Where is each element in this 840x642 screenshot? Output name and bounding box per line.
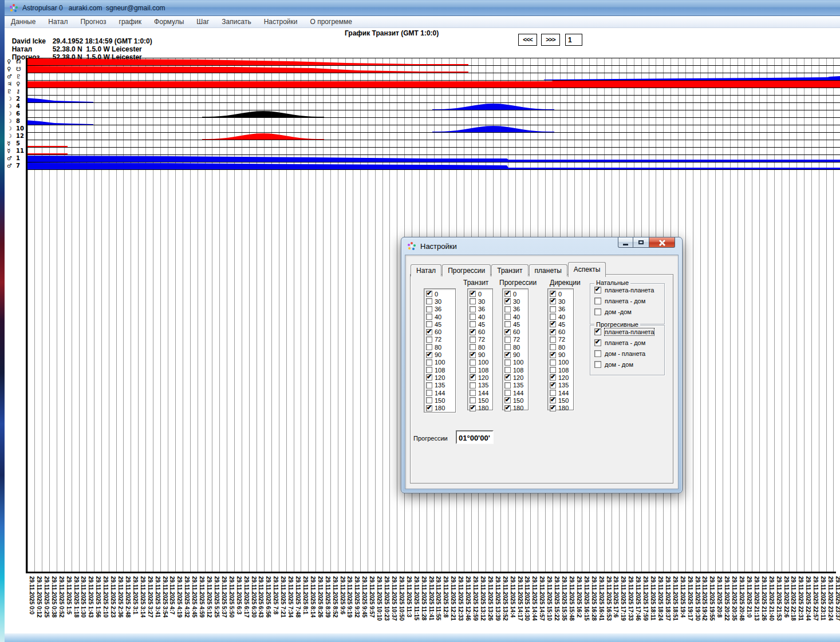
aspect-checkbox-120[interactable] [470,374,476,381]
checkbox-планета - дом[interactable] [594,339,601,346]
aspect-checkbox-40[interactable] [504,314,511,320]
aspect-checkbox-60[interactable] [470,329,476,335]
aspect-checkbox-108[interactable] [504,367,511,373]
close-button[interactable] [649,237,675,248]
aspect-checkbox-30[interactable] [504,298,511,304]
aspect-checkbox-80[interactable] [426,344,432,350]
progressions-input[interactable] [456,430,494,444]
aspect-checkbox-36[interactable] [426,306,432,312]
aspect-checkbox-135[interactable] [426,382,432,389]
aspect-checkbox-45[interactable] [470,321,476,327]
aspect-checkbox-40[interactable] [470,314,476,320]
aspect-checkbox-135[interactable] [504,382,511,389]
step-input[interactable] [565,34,582,46]
tab-Транзит[interactable]: Транзит [491,264,528,276]
menu-item-3[interactable]: Прогноз [74,16,112,27]
aspect-checkbox-144[interactable] [426,390,432,396]
aspect-checkbox-150[interactable] [504,397,511,403]
aspect-checkbox-60[interactable] [550,329,556,335]
aspect-band [26,81,840,88]
aspect-checkbox-36[interactable] [504,306,511,312]
tab-планеты[interactable]: планеты [529,264,567,276]
aspect-checkbox-180[interactable] [470,405,476,411]
aspect-value: 120 [435,374,445,381]
aspect-checkbox-120[interactable] [426,374,432,381]
step-back-button[interactable]: <<< [518,34,537,46]
aspect-checkbox-30[interactable] [426,298,432,304]
taskbar-strip [5,633,840,642]
aspect-checkbox-144[interactable] [470,390,476,396]
checkbox-планета - дом[interactable] [594,298,601,304]
menu-item-4[interactable]: график [113,16,148,27]
time-label: 29.11.2025 20:48 [739,576,745,621]
menu-item-6[interactable]: Шаг [190,16,215,27]
aspect-checkbox-45[interactable] [550,321,556,327]
aspect-checkbox-150[interactable] [426,397,432,403]
aspect-checkbox-30[interactable] [550,298,556,304]
aspect-checkbox-72[interactable] [550,336,556,343]
menu-item-9[interactable]: О прогремме [303,16,358,27]
maximize-button[interactable] [633,237,649,248]
aspect-checkbox-144[interactable] [504,390,511,396]
aspect-checkbox-108[interactable] [426,367,432,373]
tab-Аспекты[interactable]: Аспекты [568,262,606,277]
tab-Прогрессии[interactable]: Прогрессии [442,264,491,276]
aspect-checkbox-108[interactable] [470,367,476,373]
aspect-checkbox-72[interactable] [504,336,511,343]
time-label: 29.11.2025 19:42 [701,576,708,621]
planet-symbol: ♃ [7,80,12,88]
aspect-checkbox-144[interactable] [550,390,556,396]
aspect-checkbox-80[interactable] [550,344,556,350]
aspect-checkbox-60[interactable] [504,329,511,335]
aspect-checkbox-100[interactable] [550,359,556,366]
aspect-checkbox-72[interactable] [426,336,432,343]
minimize-button[interactable] [618,237,633,248]
aspect-checkbox-90[interactable] [470,352,476,358]
aspect-checkbox-120[interactable] [504,374,511,381]
aspect-checkbox-150[interactable] [550,397,556,403]
aspect-checkbox-180[interactable] [504,405,511,411]
aspect-checkbox-108[interactable] [550,367,556,373]
aspect-checkbox-0[interactable] [470,291,476,297]
aspect-checkbox-0[interactable] [426,291,432,297]
aspect-checkbox-180[interactable] [550,405,556,411]
aspect-checkbox-100[interactable] [504,359,511,366]
step-forward-button[interactable]: >>> [541,34,560,46]
aspect-checkbox-100[interactable] [470,359,476,366]
time-label: 29.11.2025 2:10 [102,576,109,618]
aspect-checkbox-45[interactable] [426,321,432,327]
menu-item-1[interactable]: Данные [5,16,42,27]
aspect-checkbox-40[interactable] [426,314,432,320]
menu-item-2[interactable]: Натал [42,16,74,27]
aspect-checkbox-90[interactable] [426,352,432,358]
aspect-checkbox-135[interactable] [550,382,556,389]
aspect-checkbox-30[interactable] [470,298,476,304]
aspect-checkbox-36[interactable] [550,306,556,312]
aspect-checkbox-45[interactable] [504,321,511,327]
checkbox-дом - дом[interactable] [594,361,601,368]
aspect-checkbox-135[interactable] [470,382,476,389]
checkbox-планета-планета[interactable] [594,328,601,335]
menu-item-8[interactable]: Настройки [258,16,304,27]
aspect-checkbox-90[interactable] [550,352,556,358]
checkbox-дом -дом[interactable] [594,308,601,315]
aspect-checkbox-180[interactable] [426,405,432,411]
aspect-checkbox-80[interactable] [470,344,476,350]
menu-item-5[interactable]: Формулы [148,16,190,27]
checkbox-дом - планета[interactable] [594,350,601,357]
aspect-checkbox-36[interactable] [470,306,476,312]
aspect-checkbox-72[interactable] [470,336,476,343]
aspect-checkbox-150[interactable] [470,397,476,403]
tab-Натал[interactable]: Натал [411,264,441,276]
aspect-band [432,104,554,110]
aspect-checkbox-60[interactable] [426,329,432,335]
aspect-checkbox-40[interactable] [550,314,556,320]
aspect-checkbox-120[interactable] [550,374,556,381]
aspect-checkbox-0[interactable] [550,291,556,297]
aspect-checkbox-90[interactable] [504,352,511,358]
aspect-checkbox-100[interactable] [426,359,432,366]
aspect-checkbox-80[interactable] [504,344,511,350]
checkbox-планета-планета[interactable] [594,287,601,294]
menu-item-7[interactable]: Записать [215,16,257,27]
aspect-checkbox-0[interactable] [504,291,511,297]
